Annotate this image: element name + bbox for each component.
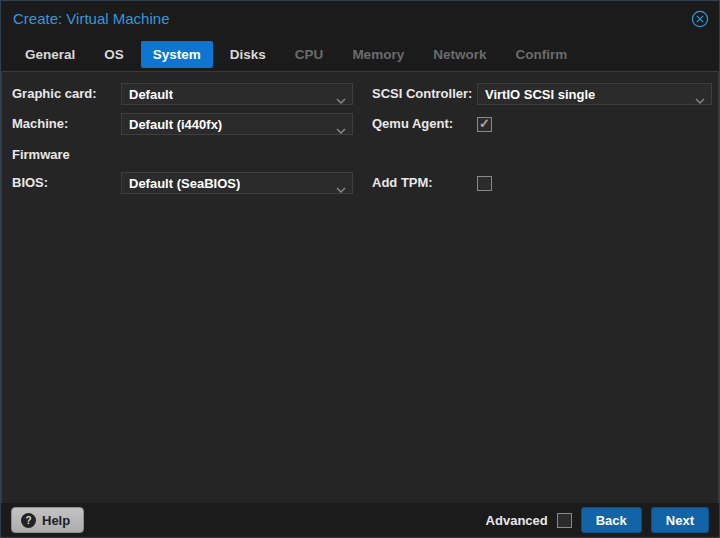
create-vm-dialog: Create: Virtual Machine General OS Syste… (0, 0, 720, 538)
help-icon: ? (21, 513, 36, 528)
scsi-controller-select[interactable]: VirtIO SCSI single (477, 83, 712, 105)
help-button-label: Help (42, 513, 70, 528)
chevron-down-icon (336, 121, 346, 129)
machine-value: Default (i440fx) (129, 117, 222, 132)
tab-memory: Memory (340, 41, 416, 68)
bios-select[interactable]: Default (SeaBIOS) (121, 172, 353, 194)
advanced-label: Advanced (486, 513, 548, 528)
wizard-tabs: General OS System Disks CPU Memory Netwo… (1, 37, 719, 71)
graphic-card-value: Default (129, 87, 173, 102)
qemu-agent-label: Qemu Agent: (372, 113, 453, 135)
close-icon[interactable] (691, 10, 709, 28)
next-button[interactable]: Next (651, 507, 709, 533)
scsi-controller-value: VirtIO SCSI single (485, 87, 595, 102)
dialog-title: Create: Virtual Machine (13, 1, 169, 37)
chevron-down-icon (336, 180, 346, 188)
machine-label: Machine: (12, 113, 68, 135)
scsi-controller-label: SCSI Controller: (372, 83, 472, 105)
tab-cpu: CPU (283, 41, 336, 68)
tab-disks[interactable]: Disks (218, 41, 278, 68)
dialog-footer: ? Help Advanced ✓ Back Next (1, 503, 719, 537)
add-tpm-checkbox[interactable]: ✓ (477, 176, 492, 191)
add-tpm-label: Add TPM: (372, 172, 433, 194)
qemu-agent-checkbox[interactable]: ✓ (477, 117, 492, 132)
bios-label: BIOS: (12, 172, 48, 194)
dialog-titlebar: Create: Virtual Machine (1, 1, 719, 37)
advanced-checkbox[interactable]: ✓ (557, 513, 572, 528)
help-button[interactable]: ? Help (11, 507, 84, 533)
footer-actions: Advanced ✓ Back Next (486, 507, 709, 533)
system-form-panel: Graphic card: Default Machine: Default (… (1, 71, 719, 505)
bios-value: Default (SeaBIOS) (129, 176, 240, 191)
chevron-down-icon (336, 91, 346, 99)
back-button[interactable]: Back (581, 507, 642, 533)
check-icon: ✓ (479, 117, 490, 130)
firmware-section-heading: Firmware (12, 146, 70, 164)
chevron-down-icon (695, 91, 705, 99)
graphic-card-select[interactable]: Default (121, 83, 353, 105)
tab-general[interactable]: General (13, 41, 87, 68)
tab-os[interactable]: OS (92, 41, 136, 68)
tab-confirm: Confirm (503, 41, 579, 68)
graphic-card-label: Graphic card: (12, 83, 97, 105)
machine-select[interactable]: Default (i440fx) (121, 113, 353, 135)
tab-network: Network (421, 41, 498, 68)
tab-system[interactable]: System (141, 41, 213, 68)
